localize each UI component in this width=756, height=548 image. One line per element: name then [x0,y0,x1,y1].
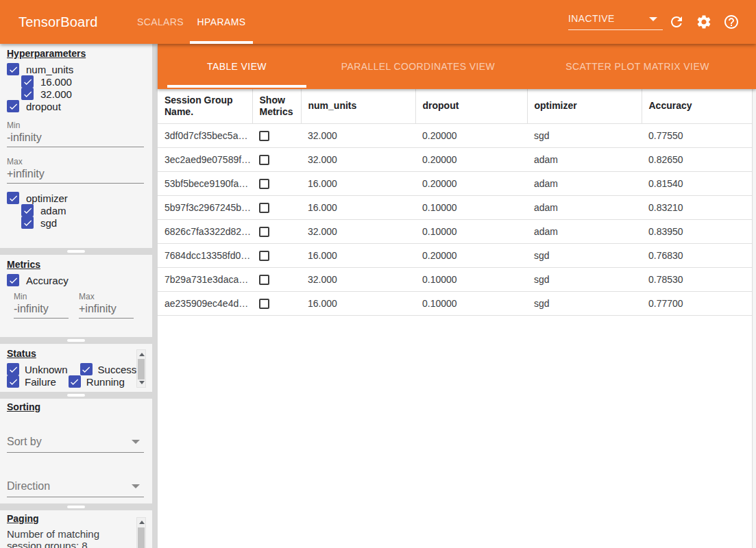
tab-scalars[interactable]: SCALARS [134,0,187,44]
hparam-value-32: 32.000 [21,88,145,100]
dropout-label: dropout [26,101,61,112]
dropout-min-label: Min [7,121,145,130]
metrics-section: Metrics Accuracy Min Max [0,255,152,337]
optimizer-checkbox[interactable] [7,192,19,204]
num-units-checkbox[interactable] [7,63,19,75]
hparam-optimizer: optimizer [7,192,145,204]
scroll-down-icon[interactable] [139,381,145,384]
table-row[interactable]: 7b29a731e3daca… 32.000 0.10000 sgd 0.785… [158,267,752,291]
accuracy-cell: 0.83210 [642,195,752,219]
table-row[interactable]: 53bf5bece9190fa… 16.000 0.20000 adam 0.8… [158,171,752,195]
show-metrics-cell [252,243,301,267]
paging-scrollbar[interactable] [136,517,146,548]
settings-button[interactable] [696,14,712,30]
num-units-cell: 32.000 [301,123,415,147]
pane-resize-handle[interactable] [0,503,152,510]
show-metrics-checkbox[interactable] [259,227,269,237]
direction-value: Direction [7,480,50,492]
tab-hparams[interactable]: HPARAMS [190,0,253,44]
scrollbar-thumb[interactable] [138,359,145,379]
num-units-cell: 16.000 [301,291,415,315]
show-metrics-checkbox[interactable] [259,131,269,141]
scroll-up-icon[interactable] [139,521,145,524]
dropout-cell: 0.20000 [415,171,527,195]
table-row[interactable]: 5b97f3c2967245b… 16.000 0.10000 adam 0.8… [158,195,752,219]
col-show-metrics[interactable]: Show Metrics [252,89,301,123]
table-row[interactable]: ae235909ec4e4d… 16.000 0.10000 sgd 0.777… [158,291,752,315]
dropout-checkbox[interactable] [7,100,19,112]
accuracy-checkbox[interactable] [7,274,19,286]
dropout-max-input[interactable] [7,166,144,184]
success-checkbox[interactable] [80,363,93,375]
accuracy-min-input[interactable] [14,301,69,319]
run-status-dropdown-value: INACTIVE [568,13,615,24]
failure-checkbox[interactable] [7,375,19,388]
optimizer-cell: sgd [527,291,642,315]
session-group-name-cell: 3df0d7cf35bec5a… [158,123,252,147]
sort-by-dropdown[interactable]: Sort by [7,434,144,453]
hparam-dropout: dropout [7,100,145,112]
accuracy-max-input[interactable] [79,301,134,319]
show-metrics-checkbox[interactable] [259,179,269,189]
pane-resize-handle[interactable] [0,392,152,399]
hyperparameters-heading: Hyperparameters [7,48,145,59]
col-dropout[interactable]: dropout [415,89,527,123]
table-row[interactable]: 7684dcc13358fd0… 16.000 0.20000 sgd 0.76… [158,243,752,267]
paging-section: Paging Number of matching session groups… [0,510,152,548]
value-16-checkbox[interactable] [21,75,34,88]
session-group-name-cell: 53bf5bece9190fa… [158,171,252,195]
status-scrollbar[interactable] [136,349,146,388]
show-metrics-cell [252,123,301,147]
optimizer-label: optimizer [26,192,68,204]
pane-resize-handle[interactable] [0,337,152,344]
pane-resize-handle[interactable] [0,248,152,255]
dropout-max-label: Max [7,157,145,166]
hyperparameters-section: Hyperparameters num_units 16.000 32.000 … [0,44,152,248]
accuracy-min-field: Min [14,292,69,319]
adam-label: adam [40,205,66,216]
col-accuracy[interactable]: Accuracy [642,89,752,123]
app-title: TensorBoard [19,0,98,44]
accuracy-cell: 0.82650 [642,147,752,171]
value-32-checkbox[interactable] [21,88,34,100]
show-metrics-checkbox[interactable] [259,299,269,309]
dropout-min-input[interactable] [7,130,144,147]
accuracy-min-label: Min [14,292,69,301]
table-scrollbar-track[interactable] [752,89,756,548]
col-optimizer[interactable]: optimizer [527,89,642,123]
run-status-dropdown[interactable]: INACTIVE [568,10,663,30]
session-group-name-cell: 7b29a731e3daca… [158,267,252,291]
tab-parallel-coordinates-view[interactable]: PARALLEL COORDINATES VIEW [329,44,507,89]
col-num-units[interactable]: num_units [301,89,415,123]
sgd-checkbox[interactable] [21,216,34,229]
help-button[interactable] [723,14,740,30]
status-failure: Failure [7,375,62,388]
direction-dropdown[interactable]: Direction [7,479,144,497]
table-row[interactable]: 6826c7fa3322d82… 32.000 0.10000 adam 0.8… [158,219,752,243]
refresh-icon [668,14,685,30]
adam-checkbox[interactable] [21,204,34,216]
scroll-up-icon[interactable] [139,353,145,356]
show-metrics-checkbox[interactable] [259,275,269,285]
scrollbar-thumb[interactable] [138,527,145,548]
table-row[interactable]: 3df0d7cf35bec5a… 32.000 0.20000 sgd 0.77… [158,123,752,147]
dropout-min-field: Min [7,121,145,147]
chevron-down-icon [649,17,657,21]
show-metrics-checkbox[interactable] [259,251,269,261]
tab-scatter-plot-matrix-view[interactable]: SCATTER PLOT MATRIX VIEW [548,44,727,89]
accuracy-max-label: Max [79,292,134,301]
status-success: Success [80,363,143,375]
accuracy-cell: 0.83950 [642,219,752,243]
col-session-group-name[interactable]: Session Group Name. [158,89,252,123]
tab-table-view[interactable]: TABLE VIEW [167,44,306,89]
show-metrics-checkbox[interactable] [259,155,269,165]
num-units-label: num_units [26,64,73,75]
running-checkbox[interactable] [69,375,81,388]
success-label: Success [98,364,137,375]
refresh-button[interactable] [668,14,685,30]
chevron-down-icon [132,484,140,488]
dropout-max-field: Max [7,157,145,184]
unknown-checkbox[interactable] [7,363,19,375]
show-metrics-checkbox[interactable] [259,203,269,213]
table-row[interactable]: 3ec2aed9e07589f… 32.000 0.20000 adam 0.8… [158,147,752,171]
